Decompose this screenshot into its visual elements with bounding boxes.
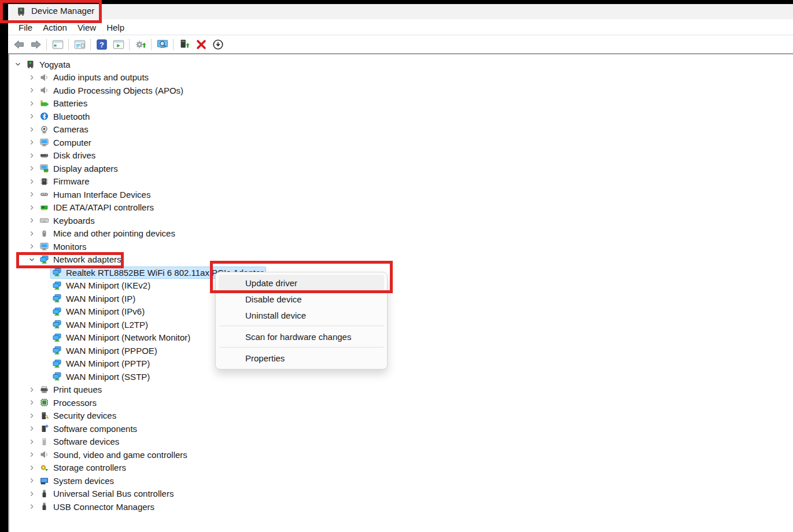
root-icon (25, 60, 35, 69)
tree-item[interactable]: WAN Miniport (IP) (9, 292, 793, 305)
tree-item-label: Batteries (53, 98, 87, 108)
chevron-right-icon[interactable] (25, 476, 38, 485)
tree-item-label: WAN Miniport (IKEv2) (66, 280, 150, 290)
tree-item-label: Bluetooth (53, 112, 90, 121)
tree-item[interactable]: Monitors (9, 240, 793, 253)
chevron-right-icon[interactable] (25, 204, 38, 212)
tree-item-label: USB Connector Managers (53, 502, 154, 512)
tree-item[interactable]: Print queues (9, 383, 793, 397)
computer-icon (39, 242, 49, 251)
properties-button[interactable] (72, 36, 87, 52)
chevron-right-icon[interactable] (25, 438, 38, 446)
tree-item[interactable]: Human Interface Devices (9, 188, 793, 201)
tree-item[interactable]: Yogyata (9, 58, 793, 71)
chevron-right-icon[interactable] (25, 164, 38, 172)
chevron-down-icon[interactable] (25, 256, 38, 264)
tree-item[interactable]: Software components (9, 422, 793, 435)
menu-item-uninstall-device[interactable]: Uninstall device (219, 307, 384, 323)
tree-item[interactable]: Batteries (9, 97, 793, 110)
menu-item-update-driver[interactable]: Update driver (219, 275, 384, 291)
chevron-right-icon[interactable] (25, 464, 38, 472)
chevron-right-icon[interactable] (25, 242, 38, 250)
update-device-button[interactable] (176, 36, 192, 52)
back-button[interactable] (11, 36, 27, 52)
chevron-right-icon[interactable] (25, 152, 38, 160)
tree-item[interactable]: WAN Miniport (PPPOE) (9, 344, 793, 357)
chevron-right-icon[interactable] (25, 216, 38, 224)
chevron-right-icon[interactable] (25, 503, 38, 511)
chevron-right-icon[interactable] (25, 398, 38, 407)
tree-item[interactable]: Mice and other pointing devices (9, 227, 793, 241)
uninstall-device-button[interactable] (193, 36, 209, 52)
toolbar-separator (90, 39, 91, 50)
tree-item[interactable]: IDE ATA/ATAPI controllers (9, 201, 793, 215)
tree-item[interactable]: WAN Miniport (SSTP) (9, 370, 793, 383)
chevron-right-icon[interactable] (25, 178, 38, 186)
tree-item-label: WAN Miniport (IPv6) (66, 306, 145, 316)
action-pane-button[interactable] (110, 36, 126, 52)
tree-item[interactable]: Firmware (9, 175, 793, 189)
tree-item[interactable]: WAN Miniport (L2TP) (9, 318, 793, 331)
network-icon (52, 268, 62, 277)
chevron-right-icon[interactable] (25, 73, 38, 82)
tree-item[interactable]: Computer (9, 136, 793, 149)
tree-item[interactable]: USB Connector Managers (9, 500, 793, 513)
chevron-right-icon[interactable] (25, 112, 38, 120)
update-driver-button[interactable] (132, 36, 148, 52)
tree-item-label: System devices (53, 476, 114, 486)
chevron-right-icon[interactable] (25, 412, 38, 420)
tree-item[interactable]: Bluetooth (9, 110, 793, 123)
disable-device-icon (212, 38, 224, 51)
tree-item[interactable]: Universal Serial Bus controllers (9, 487, 793, 501)
tree-item[interactable]: Disk drives (9, 149, 793, 162)
menu-item-properties[interactable]: Properties (219, 350, 384, 366)
tree-item[interactable]: Processors (9, 396, 793, 409)
chevron-right-icon[interactable] (25, 490, 38, 498)
audio-icon (39, 86, 49, 95)
tree-item[interactable]: Audio inputs and outputs (9, 71, 793, 84)
menu-view[interactable]: View (72, 21, 101, 34)
menu-item-disable-device[interactable]: Disable device (219, 291, 384, 307)
chevron-down-icon[interactable] (12, 60, 24, 68)
menu-action[interactable]: Action (38, 21, 72, 34)
tree-item[interactable]: Cameras (9, 123, 793, 136)
tree-item[interactable]: System devices (9, 474, 793, 487)
tree-item[interactable]: Sound, video and game controllers (9, 448, 793, 461)
tree-item[interactable]: Network adapters (9, 253, 793, 267)
menu-file[interactable]: File (13, 21, 38, 34)
window-title: Device Manager (31, 6, 94, 16)
tree-item-label: Security devices (53, 411, 116, 420)
chevron-right-icon[interactable] (25, 99, 38, 108)
chevron-right-icon[interactable] (25, 230, 38, 238)
tree-item[interactable]: Software devices (9, 435, 793, 449)
tree-item[interactable]: Audio Processing Objects (APOs) (9, 84, 793, 97)
back-icon (13, 38, 25, 51)
menu-item-scan-hardware-changes[interactable]: Scan for hardware changes (219, 328, 384, 345)
tree-item[interactable]: Realtek RTL8852BE WiFi 6 802.11ax PCIe A… (9, 266, 793, 279)
chevron-right-icon[interactable] (25, 125, 38, 134)
tree-item[interactable]: WAN Miniport (IPv6) (9, 305, 793, 319)
disable-device-button[interactable] (210, 36, 226, 52)
help-button[interactable] (94, 36, 109, 52)
tree-item[interactable]: Security devices (9, 409, 793, 423)
tree-item-label: WAN Miniport (PPPOE) (66, 346, 157, 356)
scan-hardware-changes-button[interactable] (154, 36, 170, 52)
network-icon (52, 307, 62, 316)
chevron-right-icon[interactable] (25, 86, 38, 94)
tree-item[interactable]: WAN Miniport (Network Monitor) (9, 331, 793, 345)
chevron-right-icon[interactable] (25, 386, 38, 394)
toolbar-separator (129, 39, 130, 50)
show-console-tree-button[interactable] (50, 36, 65, 52)
menu-help[interactable]: Help (101, 21, 130, 34)
chevron-right-icon[interactable] (25, 190, 38, 198)
chevron-right-icon[interactable] (25, 138, 38, 146)
chevron-right-icon[interactable] (25, 450, 38, 459)
update-driver-icon (134, 38, 147, 51)
tree-item[interactable]: Storage controllers (9, 461, 793, 475)
chevron-right-icon[interactable] (25, 424, 38, 433)
forward-button[interactable] (28, 36, 43, 52)
tree-item[interactable]: Keyboards (9, 214, 793, 227)
tree-item[interactable]: Display adapters (9, 162, 793, 175)
tree-item[interactable]: WAN Miniport (PPTP) (9, 357, 793, 371)
tree-item[interactable]: WAN Miniport (IKEv2) (9, 279, 793, 293)
